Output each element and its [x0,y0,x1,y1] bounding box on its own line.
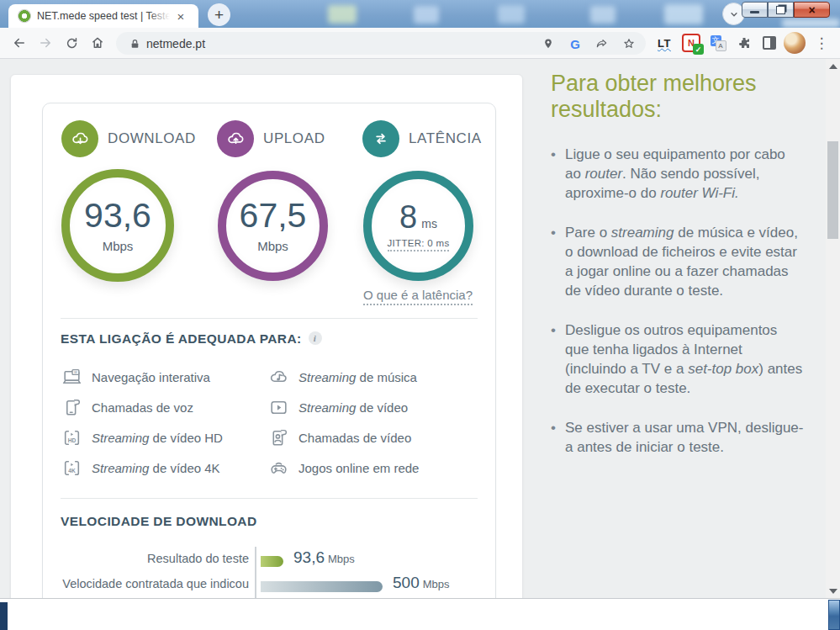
svg-text:HD: HD [68,437,77,443]
forward-icon [38,35,53,50]
restore-button[interactable] [768,2,794,18]
info-icon[interactable]: i [309,331,322,345]
scrollbar-thumb[interactable] [827,141,838,239]
latency-label: LATÊNCIA [409,130,482,147]
url-text[interactable]: netmede.pt [146,37,205,50]
latency-arrows-icon [362,120,399,157]
site-favicon-icon [18,9,31,23]
tab-close-icon[interactable]: × [173,8,188,24]
bar-value: 93,6Mbps [293,548,355,567]
browser-window: NET.mede speed test | Teste velo × + × [0,0,840,630]
svg-text:w: w [74,369,77,374]
taskbar-right-fragment [828,600,840,630]
suitable-item: HDStreaming de vídeo HD [61,426,267,448]
bar-label: Velocidade contratada que indicou [61,577,249,590]
minimize-button[interactable] [742,2,768,18]
back-button[interactable] [8,32,30,54]
bar-green [261,556,283,567]
forward-button[interactable] [34,32,56,54]
video-call-icon [267,427,290,448]
upload-unit: Mbps [257,239,288,253]
latency-value: 8 [399,201,417,233]
upload-header: UPLOAD [217,120,325,157]
close-button[interactable]: × [794,2,830,18]
reload-icon [65,36,79,50]
download-cloud-icon [61,120,98,157]
svg-text:4K: 4K [68,468,76,474]
translate-extension-icon[interactable]: 文 A [707,32,729,54]
taskbar-left-fragment [0,602,8,630]
tip-item: Ligue o seu equipamento por cabo ao rout… [551,145,805,203]
profile-avatar[interactable] [784,32,806,54]
browser-menu-button[interactable]: ⋮ [811,32,832,54]
suitable-item-label: Navegação interativa [92,370,210,384]
tips-heading: Para obter melhores resultados: [551,71,805,123]
languagetool-extension-icon[interactable]: LT [653,32,675,54]
latency-gauge: 8 ms JITTER: 0 ms [363,171,473,281]
window-controls: × [742,2,830,18]
location-pin-icon[interactable] [540,35,557,52]
restore-icon [776,6,785,14]
suitable-item: Chamadas de voz [61,396,267,418]
hd-video-icon: HD [61,427,83,448]
bar-grey [261,581,383,592]
online-gaming-icon [267,458,290,479]
suitable-item-label: Streaming de vídeo 4K [92,461,220,475]
uhd-4k-video-icon: 4K [61,458,83,479]
minimize-icon [750,11,759,13]
browser-tab[interactable]: NET.mede speed test | Teste velo × [8,4,198,28]
bookmark-star-icon[interactable] [621,35,637,52]
google-g-icon[interactable]: G [567,35,584,52]
chevron-down-icon [728,8,740,20]
suitable-item: Chamadas de vídeo [267,426,478,448]
jitter-value[interactable]: JITTER: 0 ms [388,238,450,251]
suitable-item: 4KStreaming de vídeo 4K [61,457,267,479]
tab-title: NET.mede speed test | Teste velo [37,10,170,22]
new-tab-button[interactable]: + [208,3,230,26]
blocker-extension-icon[interactable]: N ✓ [680,32,702,54]
music-streaming-icon [267,367,290,388]
extensions-puzzle-icon[interactable] [733,32,755,54]
scroll-up-icon[interactable] [829,64,837,69]
scroll-down-icon[interactable] [829,589,837,594]
tip-item: Desligue os outros equipamentos que tenh… [551,320,805,398]
check-badge-icon: ✓ [693,44,704,55]
suitable-item-label: Streaming de música [298,370,417,384]
upload-cloud-icon [217,120,254,157]
suitable-item-label: Jogos online em rede [298,461,419,475]
side-panel-icon[interactable] [758,32,780,54]
tab-strip: NET.mede speed test | Teste velo × + × [0,0,840,28]
suitable-list: wNavegação interativaStreaming de música… [61,366,478,479]
lock-icon[interactable] [126,35,143,52]
home-button[interactable] [87,32,108,54]
back-icon [12,35,27,50]
address-bar[interactable]: netmede.pt G [116,32,646,55]
upload-label: UPLOAD [263,130,325,147]
suitable-item: wNavegação interativa [61,366,267,388]
latency-help-link[interactable]: O que é a latência? [351,288,485,302]
tip-item: Se estiver a usar uma VPN, desligue-a an… [551,418,805,457]
page-scrollbar[interactable] [826,59,840,599]
share-icon[interactable] [594,35,610,52]
suitable-heading: ESTA LIGAÇÃO É ADEQUADA PARA:i [61,331,322,347]
bar-value: 500Mbps [393,574,450,592]
section-divider [61,318,478,319]
download-unit: Mbps [103,239,134,253]
latency-unit: ms [421,217,437,230]
upload-gauge: 67,5 Mbps [218,171,328,281]
browser-toolbar: netmede.pt G LT N ✓ 文 A [0,28,840,59]
download-speed-heading: VELOCIDADE DE DOWNLOAD [61,514,257,529]
download-header: DOWNLOAD [61,120,196,157]
home-icon [90,35,105,50]
download-label: DOWNLOAD [108,130,196,147]
suitable-item-label: Chamadas de vídeo [298,431,411,445]
close-icon: × [808,4,815,16]
chart-axis [255,547,256,599]
reload-button[interactable] [61,32,82,54]
upload-value: 67,5 [240,199,307,233]
suitable-item: Streaming de vídeo [267,396,478,418]
suitable-item: Jogos online em rede [267,457,478,479]
suitable-item-label: Chamadas de voz [92,400,193,415]
tips-list: Ligue o seu equipamento por cabo ao rout… [551,145,805,457]
suitable-item-label: Streaming de vídeo HD [92,431,223,445]
